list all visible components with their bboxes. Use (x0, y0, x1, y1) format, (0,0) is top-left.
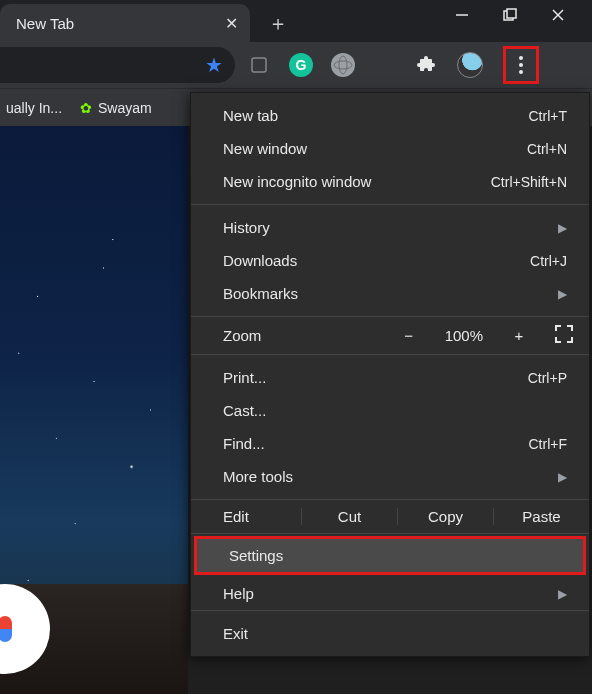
menu-exit[interactable]: Exit (191, 617, 589, 650)
menu-edit-row: Edit Cut Copy Paste (191, 500, 589, 533)
menu-settings[interactable]: Settings (197, 539, 583, 572)
edit-cut-button[interactable]: Cut (301, 508, 397, 525)
bookmark-star-icon[interactable]: ★ (205, 53, 223, 77)
bookmark-item[interactable]: ually In... (6, 100, 62, 116)
settings-highlight: Settings (194, 536, 586, 575)
edit-copy-button[interactable]: Copy (397, 508, 493, 525)
zoom-value: 100% (445, 327, 483, 344)
zoom-in-button[interactable]: + (509, 327, 529, 344)
menu-label: New incognito window (223, 173, 371, 190)
swayam-icon: ✿ (80, 100, 92, 116)
shortcut-label: Ctrl+T (529, 108, 568, 124)
menu-find[interactable]: Find... Ctrl+F (191, 427, 589, 460)
menu-history[interactable]: History ▶ (191, 211, 589, 244)
bookmark-label: ually In... (6, 100, 62, 116)
kebab-highlight (503, 46, 539, 84)
extension-icons: G (247, 46, 547, 84)
menu-label: Zoom (223, 327, 399, 344)
menu-label: Exit (223, 625, 248, 642)
extensions-puzzle-icon[interactable] (415, 53, 439, 77)
chevron-right-icon: ▶ (558, 221, 567, 235)
menu-incognito[interactable]: New incognito window Ctrl+Shift+N (191, 165, 589, 198)
svg-rect-5 (252, 58, 266, 72)
menu-label: Cast... (223, 402, 266, 419)
menu-help[interactable]: Help ▶ (191, 577, 589, 610)
globe-icon[interactable] (331, 53, 355, 77)
menu-label: More tools (223, 468, 293, 485)
new-tab-button[interactable]: ＋ (262, 7, 294, 39)
close-window-button[interactable] (548, 8, 568, 26)
menu-label: Print... (223, 369, 266, 386)
menu-label: Help (223, 585, 254, 602)
browser-tab[interactable]: New Tab ✕ (0, 4, 250, 42)
shortcut-label: Ctrl+P (528, 370, 567, 386)
profile-avatar[interactable] (457, 52, 483, 78)
toolbar: ★ G (0, 42, 592, 88)
menu-cast[interactable]: Cast... (191, 394, 589, 427)
tab-title: New Tab (16, 15, 74, 32)
shortcut-label: Ctrl+Shift+N (491, 174, 567, 190)
svg-rect-2 (507, 9, 516, 18)
grammarly-icon[interactable]: G (289, 53, 313, 77)
menu-print[interactable]: Print... Ctrl+P (191, 361, 589, 394)
menu-label: Settings (229, 547, 283, 564)
menu-label: New tab (223, 107, 278, 124)
menu-new-window[interactable]: New window Ctrl+N (191, 132, 589, 165)
menu-label: Bookmarks (223, 285, 298, 302)
pen-extension-icon[interactable] (373, 53, 397, 77)
shortcut-label: Ctrl+N (527, 141, 567, 157)
menu-label: Edit (223, 508, 301, 525)
menu-downloads[interactable]: Downloads Ctrl+J (191, 244, 589, 277)
menu-label: Find... (223, 435, 265, 452)
edit-paste-button[interactable]: Paste (493, 508, 589, 525)
zoom-out-button[interactable]: − (399, 327, 419, 344)
menu-label: History (223, 219, 270, 236)
menu-divider (191, 533, 589, 534)
maximize-button[interactable] (500, 8, 520, 26)
chevron-right-icon: ▶ (558, 470, 567, 484)
menu-label: New window (223, 140, 307, 157)
shortcut-label: Ctrl+F (529, 436, 568, 452)
menu-zoom-row: Zoom − 100% + (191, 317, 589, 354)
chevron-right-icon: ▶ (558, 587, 567, 601)
bookmark-item[interactable]: ✿ Swayam (80, 100, 152, 116)
extension-box-icon[interactable] (247, 53, 271, 77)
chrome-main-menu: New tab Ctrl+T New window Ctrl+N New inc… (190, 92, 590, 657)
menu-label: Downloads (223, 252, 297, 269)
window-controls (452, 0, 592, 34)
svg-point-6 (334, 56, 352, 74)
menu-more-tools[interactable]: More tools ▶ (191, 460, 589, 493)
close-tab-icon[interactable]: ✕ (225, 14, 238, 33)
menu-new-tab[interactable]: New tab Ctrl+T (191, 99, 589, 132)
microphone-icon (0, 616, 12, 642)
bookmark-label: Swayam (98, 100, 152, 116)
menu-bookmarks[interactable]: Bookmarks ▶ (191, 277, 589, 310)
menu-kebab-icon[interactable] (512, 55, 530, 75)
fullscreen-icon[interactable] (555, 325, 573, 346)
new-tab-background (0, 126, 188, 694)
shortcut-label: Ctrl+J (530, 253, 567, 269)
chevron-right-icon: ▶ (558, 287, 567, 301)
omnibox[interactable]: ★ (0, 47, 235, 83)
minimize-button[interactable] (452, 8, 472, 26)
